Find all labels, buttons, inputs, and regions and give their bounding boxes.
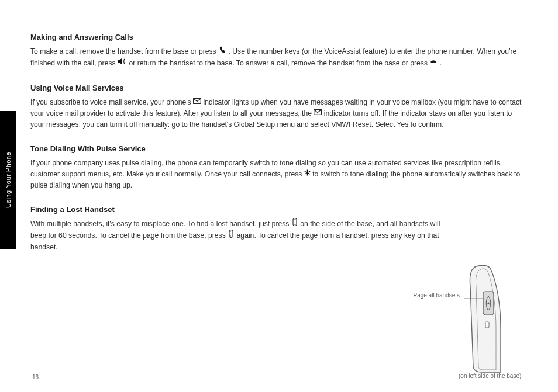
section-tab-label: Using Your Phone — [5, 152, 12, 208]
base-svg — [464, 263, 517, 374]
talk-icon — [218, 46, 226, 57]
heading-tone: Tone Dialing With Pulse Service — [30, 144, 528, 153]
end-icon — [429, 57, 438, 69]
text-fragment: With multiple handsets, it's easy to mis… — [30, 220, 289, 228]
svg-rect-0 — [118, 60, 120, 63]
paragraph-make-answer: To make a call, remove the handset from … — [30, 46, 528, 70]
heading-find-handset: Finding a Lost Handset — [30, 205, 528, 214]
star-key-icon — [304, 168, 311, 179]
svg-point-11 — [487, 302, 489, 304]
text-fragment: . — [440, 59, 442, 67]
page-number: 16 — [32, 374, 39, 380]
svg-marker-1 — [120, 58, 122, 65]
svg-rect-4 — [293, 218, 297, 226]
paragraph-voicemail: If you subscribe to voice mail service, … — [30, 97, 528, 130]
text-fragment: If you subscribe to voice mail service, … — [30, 98, 191, 106]
base-illustration: Page all handsets (on left side of the b… — [464, 263, 517, 374]
handset-locator-icon — [228, 230, 235, 241]
handset-locator-icon — [291, 218, 298, 230]
svg-rect-12 — [485, 322, 489, 328]
heading-make-answer: Making and Answering Calls — [30, 33, 528, 41]
manual-page: Using Your Phone Making and Answering Ca… — [0, 0, 558, 392]
text-fragment: . Use the number keys (or the VoiceAssis… — [229, 47, 414, 55]
text-fragment: indicator lights up when you have messag… — [203, 98, 409, 106]
section-tab: Using Your Phone — [0, 111, 16, 249]
illustration-caption-left: Page all handsets — [395, 292, 460, 299]
text-fragment: on the side of the — [300, 220, 355, 228]
svg-rect-7 — [229, 230, 233, 238]
envelope-icon — [314, 107, 322, 119]
text-fragment: again. To cancel — [237, 231, 288, 240]
text-fragment: the handset from the base or press — [317, 59, 428, 67]
text-fragment: To make a call, remove the handset from … — [30, 47, 216, 55]
paragraph-tone: If your phone company uses pulse dialing… — [30, 158, 528, 191]
paragraph-find-handset: With multiple handsets, it's easy to mis… — [30, 218, 452, 253]
speaker-icon — [118, 57, 127, 68]
text-fragment: If your phone company uses pulse dialing… — [30, 159, 443, 167]
text-fragment: indicator — [324, 109, 351, 117]
text-fragment: or return the handset to the base. To an… — [129, 59, 315, 67]
text-fragment: and select VMWI Reset. Select Yes to con… — [297, 120, 443, 129]
heading-voicemail: Using Voice Mail Services — [30, 84, 528, 92]
envelope-icon — [193, 96, 201, 107]
illustration-caption-bottom: (on left side of the base) — [459, 372, 535, 380]
